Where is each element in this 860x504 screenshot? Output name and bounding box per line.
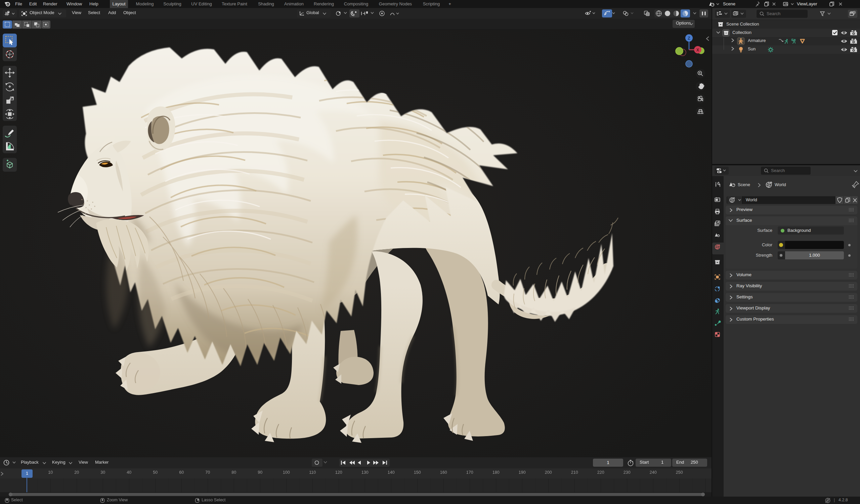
- svg-text:Z: Z: [688, 36, 690, 41]
- svg-text:X: X: [697, 48, 699, 53]
